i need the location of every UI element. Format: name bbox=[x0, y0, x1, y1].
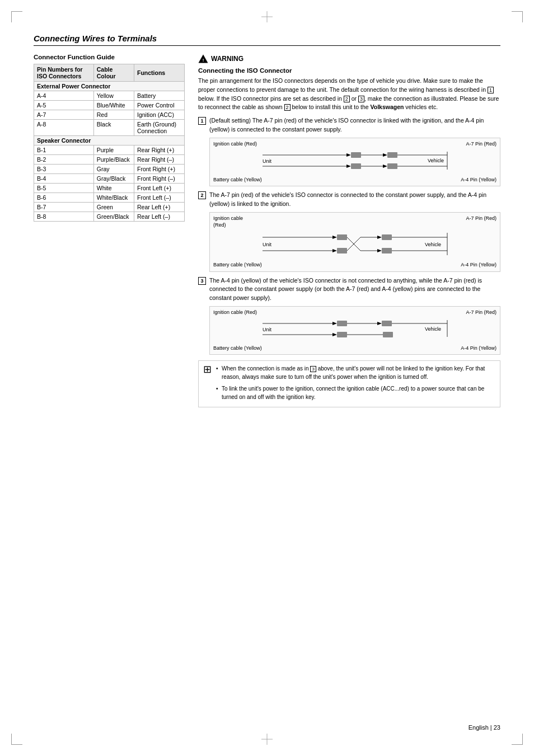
corner-mark-tr bbox=[512, 11, 523, 22]
svg-rect-20 bbox=[387, 163, 397, 169]
svg-rect-47 bbox=[382, 321, 392, 326]
svg-text:Unit: Unit bbox=[263, 158, 272, 164]
diagram-3: Ignition cable (Red) A-7 Pin (Red) bbox=[209, 306, 500, 355]
diag-2-top-left-label: Ignition cable bbox=[213, 215, 243, 223]
svg-marker-46 bbox=[377, 322, 382, 325]
diagram-2: Ignition cable A-7 Pin (Red) (Red) Unit … bbox=[209, 212, 500, 272]
table-row: B-1PurpleRear Right (+) bbox=[34, 145, 185, 155]
diag-2-red-label: (Red) bbox=[213, 222, 496, 229]
svg-marker-7 bbox=[346, 153, 351, 157]
table-row: A-8BlackEarth (Ground) Connection bbox=[34, 120, 185, 136]
ref-1: 1 bbox=[488, 87, 494, 93]
connector-guide-title: Connector Function Guide bbox=[34, 54, 185, 60]
diag-1-top-left: Ignition cable (Red) bbox=[213, 140, 257, 148]
connector-table: Pin Numbers for ISO Connectors Cable Col… bbox=[34, 64, 185, 222]
corner-mark-bl bbox=[11, 734, 22, 745]
svg-text:!: ! bbox=[203, 58, 204, 63]
diag-1-bot-left: Battery cable (Yellow) bbox=[213, 176, 262, 184]
warning-label: WARNING bbox=[211, 55, 243, 63]
svg-marker-16 bbox=[346, 165, 351, 168]
corner-mark-br bbox=[512, 734, 523, 745]
item-3: 3 The A-4 pin (yellow) of the vehicle's … bbox=[198, 276, 500, 355]
ref-2a: 2 bbox=[344, 96, 350, 102]
diag-3-bottom-labels: Battery cable (Yellow) A-4 Pin (Yellow) bbox=[213, 345, 496, 353]
diag-3-top-left: Ignition cable (Red) bbox=[213, 309, 257, 317]
table-row: B-5WhiteFront Left (+) bbox=[34, 184, 185, 193]
diag-3-top-labels: Ignition cable (Red) A-7 Pin (Red) bbox=[213, 309, 496, 317]
item-2: 2 The A-7 pin (red) of the vehicle's ISO… bbox=[198, 191, 500, 272]
diag-1-svg: Unit Vehicle bbox=[213, 151, 496, 171]
left-column: Connector Function Guide Pin Numbers for… bbox=[34, 54, 185, 222]
diag-1-bottom-labels: Battery cable (Yellow) A-4 Pin (Yellow) bbox=[213, 176, 496, 184]
iso-connector-heading: Connecting the ISO Connector bbox=[198, 67, 500, 74]
item-1: 1 (Default setting) The A-7 pin (red) of… bbox=[198, 116, 500, 186]
svg-rect-11 bbox=[387, 152, 397, 158]
diag-3-svg: Vehicle Unit bbox=[213, 319, 496, 339]
svg-marker-27 bbox=[332, 236, 337, 239]
item-3-text: The A-4 pin (yellow) of the vehicle's IS… bbox=[209, 276, 500, 355]
table-section-header: Speaker Connector bbox=[34, 136, 185, 145]
svg-rect-17 bbox=[351, 163, 361, 169]
crosshair-top bbox=[261, 11, 273, 22]
svg-marker-39 bbox=[377, 249, 382, 252]
svg-text:Vehicle: Vehicle bbox=[425, 242, 441, 247]
num-badge-3: 3 bbox=[198, 277, 206, 285]
note-bullet-2: To link the unit's power to the ignition… bbox=[216, 384, 495, 401]
ref-3a: 3 bbox=[358, 96, 364, 102]
svg-marker-43 bbox=[332, 322, 337, 325]
diag-1-bot-right: A-4 Pin (Yellow) bbox=[461, 176, 496, 184]
diag-3-bot-left: Battery cable (Yellow) bbox=[213, 345, 262, 353]
col-header-colour: Cable Colour bbox=[93, 64, 134, 82]
num-badge-2: 2 bbox=[198, 191, 206, 199]
svg-marker-32 bbox=[377, 236, 382, 239]
diag-2-top-right-label: A-7 Pin (Red) bbox=[466, 215, 496, 223]
item-2-text: The A-7 pin (red) of the vehicle's ISO c… bbox=[209, 191, 500, 272]
diagram-1: Ignition cable (Red) A-7 Pin (Red) bbox=[209, 138, 500, 187]
diag-2-bot-left: Battery cable (Yellow) bbox=[213, 261, 262, 269]
svg-text:Unit: Unit bbox=[263, 242, 272, 247]
table-row: B-4Gray/BlackFront Right (–) bbox=[34, 174, 185, 184]
svg-rect-44 bbox=[337, 321, 347, 326]
diag-2-svg: Unit Vehicle bbox=[213, 232, 496, 256]
diag-2-bottom-labels: Battery cable (Yellow) A-4 Pin (Yellow) bbox=[213, 261, 496, 269]
page: Connecting Wires to Terminals Connector … bbox=[0, 0, 534, 756]
svg-rect-54 bbox=[337, 332, 347, 337]
svg-text:Vehicle: Vehicle bbox=[425, 326, 441, 332]
note-ref-3: 3 bbox=[310, 366, 316, 372]
page-title: Connecting Wires to Terminals bbox=[34, 34, 500, 46]
diag-2-top-labels: Ignition cable A-7 Pin (Red) bbox=[213, 215, 496, 223]
ref-2b: 2 bbox=[284, 104, 291, 111]
content-columns: Connector Function Guide Pin Numbers for… bbox=[34, 54, 500, 407]
crosshair-bottom bbox=[261, 734, 273, 745]
svg-marker-36 bbox=[332, 249, 337, 252]
note-box: ⊞ When the connection is made as in 3 ab… bbox=[198, 360, 500, 407]
table-row: B-6White/BlackFront Left (–) bbox=[34, 193, 185, 203]
svg-rect-33 bbox=[382, 234, 392, 240]
table-row: B-2Purple/BlackRear Right (–) bbox=[34, 155, 185, 165]
table-section-header: External Power Connector bbox=[34, 82, 185, 91]
col-header-pins: Pin Numbers for ISO Connectors bbox=[34, 64, 94, 82]
table-row: A-5Blue/WhitePower Control bbox=[34, 101, 185, 110]
svg-text:Vehicle: Vehicle bbox=[428, 158, 444, 163]
note-icon: ⊞ bbox=[203, 364, 212, 374]
table-row: A-7RedIgnition (ACC) bbox=[34, 110, 185, 120]
diag-1-top-labels: Ignition cable (Red) A-7 Pin (Red) bbox=[213, 140, 496, 148]
svg-text:Unit: Unit bbox=[263, 327, 272, 332]
diag-2-bot-right: A-4 Pin (Yellow) bbox=[461, 261, 496, 269]
svg-rect-28 bbox=[337, 234, 347, 240]
note-bullet-1: When the connection is made as in 3 abov… bbox=[216, 364, 495, 381]
warning-icon: ! bbox=[198, 54, 208, 64]
intro-text: The pin arrangement for the ISO connecto… bbox=[198, 77, 500, 112]
diag-1-top-right: A-7 Pin (Red) bbox=[466, 140, 496, 148]
right-column: ! WARNING Connecting the ISO Connector T… bbox=[198, 54, 500, 407]
table-row: A-4YellowBattery bbox=[34, 91, 185, 101]
footer: English | 23 bbox=[469, 724, 500, 731]
diag-3-bot-right: A-4 Pin (Yellow) bbox=[461, 345, 496, 353]
num-badge-1: 1 bbox=[198, 117, 206, 125]
svg-rect-56 bbox=[383, 332, 393, 337]
svg-rect-40 bbox=[382, 248, 392, 253]
warning-header: ! WARNING bbox=[198, 54, 500, 64]
svg-rect-8 bbox=[351, 152, 361, 158]
corner-mark-tl bbox=[11, 11, 22, 22]
table-row: B-8Green/BlackRear Left (–) bbox=[34, 212, 185, 222]
